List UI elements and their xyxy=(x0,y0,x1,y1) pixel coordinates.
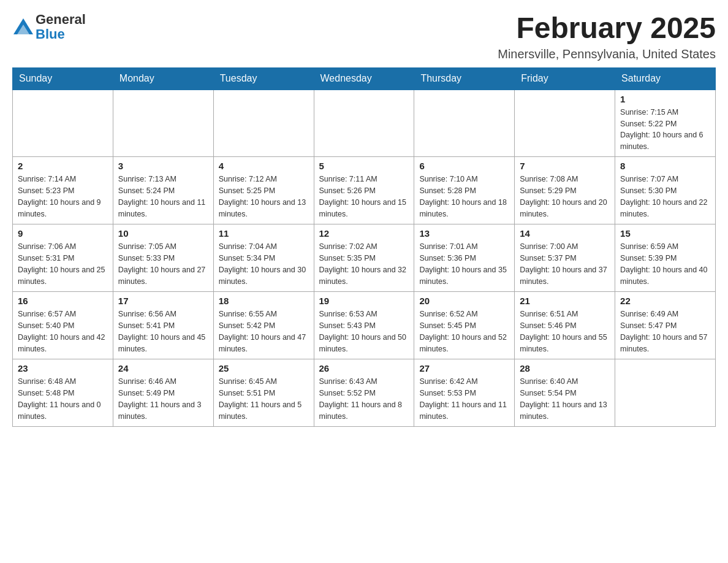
day-number: 25 xyxy=(219,363,309,373)
calendar-cell: 18Sunrise: 6:55 AMSunset: 5:42 PMDayligh… xyxy=(213,292,314,359)
page-header: General Blue February 2025 Minersville, … xyxy=(12,12,716,61)
day-info: Sunrise: 6:56 AMSunset: 5:41 PMDaylight:… xyxy=(118,308,208,354)
day-number: 21 xyxy=(520,296,610,306)
day-info: Sunrise: 7:12 AMSunset: 5:25 PMDaylight:… xyxy=(219,174,309,220)
calendar-cell: 16Sunrise: 6:57 AMSunset: 5:40 PMDayligh… xyxy=(13,292,113,359)
weekday-header: Wednesday xyxy=(314,67,414,90)
day-info: Sunrise: 6:43 AMSunset: 5:52 PMDaylight:… xyxy=(319,376,409,422)
day-info: Sunrise: 7:13 AMSunset: 5:24 PMDaylight:… xyxy=(118,174,208,220)
calendar-cell: 25Sunrise: 6:45 AMSunset: 5:51 PMDayligh… xyxy=(213,359,314,427)
weekday-header: Thursday xyxy=(414,67,515,90)
calendar-cell: 2Sunrise: 7:14 AMSunset: 5:23 PMDaylight… xyxy=(13,157,113,224)
calendar-cell: 13Sunrise: 7:01 AMSunset: 5:36 PMDayligh… xyxy=(414,224,515,292)
day-info: Sunrise: 6:46 AMSunset: 5:49 PMDaylight:… xyxy=(118,376,208,422)
day-info: Sunrise: 6:55 AMSunset: 5:42 PMDaylight:… xyxy=(219,308,309,354)
location-title: Minersville, Pennsylvania, United States xyxy=(498,47,716,61)
calendar-cell: 7Sunrise: 7:08 AMSunset: 5:29 PMDaylight… xyxy=(515,157,615,224)
calendar-cell: 22Sunrise: 6:49 AMSunset: 5:47 PMDayligh… xyxy=(615,292,716,359)
logo-icon xyxy=(12,16,34,38)
day-info: Sunrise: 6:42 AMSunset: 5:53 PMDaylight:… xyxy=(419,376,509,422)
weekday-header: Sunday xyxy=(13,67,113,90)
weekday-header: Saturday xyxy=(615,67,716,90)
day-info: Sunrise: 6:45 AMSunset: 5:51 PMDaylight:… xyxy=(219,376,309,422)
calendar-cell: 8Sunrise: 7:07 AMSunset: 5:30 PMDaylight… xyxy=(615,157,716,224)
logo-blue: Blue xyxy=(36,27,86,42)
calendar-cell xyxy=(13,90,113,157)
day-number: 5 xyxy=(319,161,409,171)
day-info: Sunrise: 7:08 AMSunset: 5:29 PMDaylight:… xyxy=(520,174,610,220)
day-number: 22 xyxy=(620,296,710,306)
calendar-cell: 26Sunrise: 6:43 AMSunset: 5:52 PMDayligh… xyxy=(314,359,414,427)
calendar-cell xyxy=(615,359,716,427)
logo-general: General xyxy=(36,12,86,27)
calendar-week-row: 23Sunrise: 6:48 AMSunset: 5:48 PMDayligh… xyxy=(13,359,716,427)
day-info: Sunrise: 7:01 AMSunset: 5:36 PMDaylight:… xyxy=(419,241,509,287)
calendar-cell xyxy=(515,90,615,157)
calendar-week-row: 1Sunrise: 7:15 AMSunset: 5:22 PMDaylight… xyxy=(13,90,716,157)
calendar-cell: 20Sunrise: 6:52 AMSunset: 5:45 PMDayligh… xyxy=(414,292,515,359)
day-number: 4 xyxy=(219,161,309,171)
day-number: 10 xyxy=(118,228,208,239)
day-info: Sunrise: 7:05 AMSunset: 5:33 PMDaylight:… xyxy=(118,241,208,287)
day-number: 26 xyxy=(319,363,409,373)
day-number: 27 xyxy=(419,363,509,373)
day-number: 15 xyxy=(620,228,710,239)
calendar-cell: 6Sunrise: 7:10 AMSunset: 5:28 PMDaylight… xyxy=(414,157,515,224)
weekday-header: Friday xyxy=(515,67,615,90)
day-number: 2 xyxy=(18,161,108,171)
day-info: Sunrise: 7:06 AMSunset: 5:31 PMDaylight:… xyxy=(18,241,108,287)
day-info: Sunrise: 7:15 AMSunset: 5:22 PMDaylight:… xyxy=(620,107,710,153)
day-info: Sunrise: 6:51 AMSunset: 5:46 PMDaylight:… xyxy=(520,308,610,354)
calendar-cell: 11Sunrise: 7:04 AMSunset: 5:34 PMDayligh… xyxy=(213,224,314,292)
day-number: 23 xyxy=(18,363,108,373)
calendar-cell: 23Sunrise: 6:48 AMSunset: 5:48 PMDayligh… xyxy=(13,359,113,427)
day-number: 3 xyxy=(118,161,208,171)
day-number: 18 xyxy=(219,296,309,306)
calendar-cell: 3Sunrise: 7:13 AMSunset: 5:24 PMDaylight… xyxy=(113,157,213,224)
calendar-cell: 4Sunrise: 7:12 AMSunset: 5:25 PMDaylight… xyxy=(213,157,314,224)
day-number: 8 xyxy=(620,161,710,171)
calendar-cell: 15Sunrise: 6:59 AMSunset: 5:39 PMDayligh… xyxy=(615,224,716,292)
calendar-cell xyxy=(113,90,213,157)
day-number: 17 xyxy=(118,296,208,306)
calendar-cell: 24Sunrise: 6:46 AMSunset: 5:49 PMDayligh… xyxy=(113,359,213,427)
day-info: Sunrise: 7:02 AMSunset: 5:35 PMDaylight:… xyxy=(319,241,409,287)
calendar-cell: 12Sunrise: 7:02 AMSunset: 5:35 PMDayligh… xyxy=(314,224,414,292)
day-info: Sunrise: 7:07 AMSunset: 5:30 PMDaylight:… xyxy=(620,174,710,220)
day-number: 1 xyxy=(620,94,710,104)
logo: General Blue xyxy=(12,12,86,42)
day-info: Sunrise: 7:00 AMSunset: 5:37 PMDaylight:… xyxy=(520,241,610,287)
calendar-cell: 19Sunrise: 6:53 AMSunset: 5:43 PMDayligh… xyxy=(314,292,414,359)
calendar-cell: 5Sunrise: 7:11 AMSunset: 5:26 PMDaylight… xyxy=(314,157,414,224)
day-info: Sunrise: 6:40 AMSunset: 5:54 PMDaylight:… xyxy=(520,376,610,422)
weekday-header: Monday xyxy=(113,67,213,90)
day-number: 16 xyxy=(18,296,108,306)
logo-text: General Blue xyxy=(36,12,86,42)
calendar-cell: 17Sunrise: 6:56 AMSunset: 5:41 PMDayligh… xyxy=(113,292,213,359)
calendar-week-row: 2Sunrise: 7:14 AMSunset: 5:23 PMDaylight… xyxy=(13,157,716,224)
day-info: Sunrise: 6:48 AMSunset: 5:48 PMDaylight:… xyxy=(18,376,108,422)
day-info: Sunrise: 6:53 AMSunset: 5:43 PMDaylight:… xyxy=(319,308,409,354)
day-number: 13 xyxy=(419,228,509,239)
day-info: Sunrise: 7:04 AMSunset: 5:34 PMDaylight:… xyxy=(219,241,309,287)
weekday-header-row: SundayMondayTuesdayWednesdayThursdayFrid… xyxy=(13,67,716,90)
day-number: 24 xyxy=(118,363,208,373)
calendar-week-row: 16Sunrise: 6:57 AMSunset: 5:40 PMDayligh… xyxy=(13,292,716,359)
calendar-cell: 14Sunrise: 7:00 AMSunset: 5:37 PMDayligh… xyxy=(515,224,615,292)
calendar-cell xyxy=(213,90,314,157)
weekday-header: Tuesday xyxy=(213,67,314,90)
calendar-cell: 27Sunrise: 6:42 AMSunset: 5:53 PMDayligh… xyxy=(414,359,515,427)
day-number: 11 xyxy=(219,228,309,239)
day-number: 9 xyxy=(18,228,108,239)
day-number: 7 xyxy=(520,161,610,171)
day-number: 12 xyxy=(319,228,409,239)
day-info: Sunrise: 7:11 AMSunset: 5:26 PMDaylight:… xyxy=(319,174,409,220)
day-info: Sunrise: 7:10 AMSunset: 5:28 PMDaylight:… xyxy=(419,174,509,220)
calendar-cell: 1Sunrise: 7:15 AMSunset: 5:22 PMDaylight… xyxy=(615,90,716,157)
calendar-cell: 28Sunrise: 6:40 AMSunset: 5:54 PMDayligh… xyxy=(515,359,615,427)
calendar-cell xyxy=(314,90,414,157)
day-number: 28 xyxy=(520,363,610,373)
day-number: 14 xyxy=(520,228,610,239)
calendar-cell: 10Sunrise: 7:05 AMSunset: 5:33 PMDayligh… xyxy=(113,224,213,292)
calendar-cell: 21Sunrise: 6:51 AMSunset: 5:46 PMDayligh… xyxy=(515,292,615,359)
